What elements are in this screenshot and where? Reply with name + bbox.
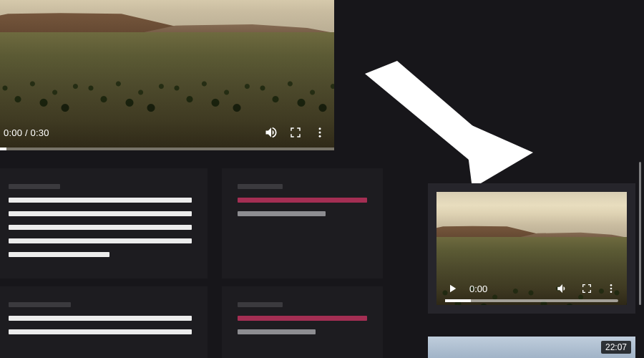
- volume-icon[interactable]: [264, 125, 278, 140]
- progress-fill: [445, 299, 471, 302]
- main-video-player[interactable]: 0:00 / 0:30: [0, 0, 334, 150]
- play-icon[interactable]: [445, 281, 459, 296]
- more-vert-icon[interactable]: [313, 125, 327, 140]
- pip-player-container[interactable]: 0:00: [428, 183, 635, 314]
- progress-bar[interactable]: [445, 299, 618, 302]
- time-display: 0:00: [469, 284, 487, 294]
- content-card[interactable]: [0, 286, 208, 358]
- content-card[interactable]: [222, 286, 383, 358]
- content-card[interactable]: [0, 168, 208, 279]
- svg-point-6: [610, 288, 613, 290]
- progress-fill: [0, 147, 6, 150]
- svg-point-2: [319, 135, 321, 137]
- svg-marker-4: [464, 122, 533, 188]
- duration-badge: 22:07: [601, 341, 631, 354]
- progress-bar[interactable]: [0, 147, 334, 150]
- svg-point-0: [319, 127, 321, 130]
- svg-point-5: [610, 284, 613, 286]
- time-display: 0:00 / 0:30: [4, 127, 49, 138]
- sidebar-scrollbar[interactable]: [639, 162, 641, 305]
- content-card[interactable]: [222, 168, 383, 279]
- fullscreen-icon[interactable]: [580, 281, 594, 296]
- pip-arrow-annotation: [358, 61, 537, 183]
- pip-video-player[interactable]: 0:00: [436, 192, 627, 305]
- svg-point-1: [319, 132, 321, 134]
- content-cards-row-1: [0, 168, 394, 279]
- svg-point-7: [610, 291, 613, 293]
- content-cards-row-2: [0, 286, 394, 358]
- svg-marker-3: [365, 61, 494, 160]
- volume-icon[interactable]: [555, 281, 570, 296]
- more-vert-icon[interactable]: [604, 281, 618, 296]
- next-video-thumbnail[interactable]: 22:07: [428, 337, 635, 358]
- fullscreen-icon[interactable]: [288, 125, 303, 140]
- video-controls: 0:00 / 0:30: [0, 117, 334, 150]
